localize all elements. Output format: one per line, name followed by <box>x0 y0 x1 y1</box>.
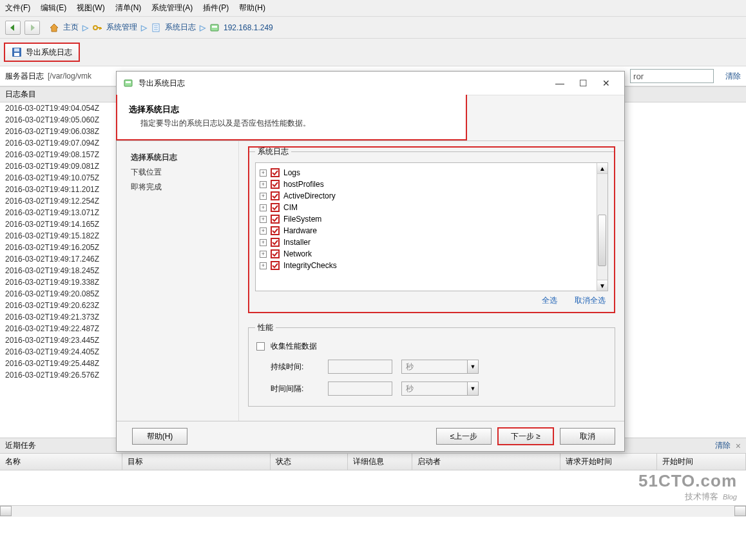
menu-admin[interactable]: 系统管理(A) <box>151 3 193 14</box>
scroll-up-icon[interactable]: ▲ <box>597 163 607 174</box>
duration-unit-combo[interactable]: 秒 ▼ <box>401 360 479 374</box>
maximize-button[interactable]: ☐ <box>571 75 595 91</box>
tasks-clear-link[interactable]: 清除 <box>715 440 731 451</box>
checkbox[interactable] <box>271 215 280 224</box>
server-log-path: [/var/log/vmk <box>48 72 91 81</box>
tasks-close-icon[interactable]: × <box>736 441 741 451</box>
menu-plugins[interactable]: 插件(P) <box>203 3 229 14</box>
dialog-title: 导出系统日志 <box>139 78 548 89</box>
tree-item[interactable]: +FileSystem <box>258 213 605 225</box>
checkbox[interactable] <box>271 238 280 247</box>
deselect-all-link[interactable]: 取消全选 <box>575 296 606 305</box>
col-reqtime[interactable]: 请求开始时间 <box>560 454 657 470</box>
col-target[interactable]: 目标 <box>122 454 271 470</box>
tree-item-label: Network <box>283 249 312 258</box>
scroll-left-icon[interactable] <box>0 506 12 516</box>
expand-icon[interactable]: + <box>260 181 267 188</box>
chevron-down-icon[interactable]: ▼ <box>467 382 478 395</box>
tree-item[interactable]: +Installer <box>258 237 605 248</box>
col-name[interactable]: 名称 <box>0 454 122 470</box>
interval-unit-label: 秒 <box>402 383 467 394</box>
expand-icon[interactable]: + <box>260 251 267 258</box>
filter-input[interactable] <box>630 69 714 83</box>
menu-inventory[interactable]: 清单(N) <box>115 3 142 14</box>
interval-unit-combo[interactable]: 秒 ▼ <box>401 381 479 396</box>
step-select-logs[interactable]: 选择系统日志 <box>131 150 238 165</box>
host-icon <box>209 23 220 33</box>
cancel-button[interactable]: 取消 <box>560 428 615 445</box>
col-start[interactable]: 开始时间 <box>657 454 746 470</box>
tree-item[interactable]: +Network <box>258 248 605 260</box>
tree-item[interactable]: +hostProfiles <box>258 179 605 190</box>
step-download-location[interactable]: 下载位置 <box>131 165 238 180</box>
select-all-link[interactable]: 全选 <box>542 296 557 305</box>
tree-scrollbar[interactable]: ▲ ▼ <box>597 163 607 291</box>
checkbox[interactable] <box>271 180 280 189</box>
close-button[interactable]: ✕ <box>595 75 618 91</box>
expand-icon[interactable]: + <box>260 262 267 269</box>
export-syslog-button[interactable]: 导出系统日志 <box>4 43 80 62</box>
app-icon <box>123 78 133 88</box>
help-button[interactable]: 帮助(H) <box>132 428 187 445</box>
tree-item[interactable]: +Logs <box>258 167 605 179</box>
checkbox[interactable] <box>271 249 280 258</box>
tree-item-label: hostProfiles <box>283 180 324 189</box>
nav-back-button[interactable] <box>5 21 21 35</box>
menu-view[interactable]: 视图(W) <box>77 3 104 14</box>
dialog-titlebar[interactable]: 导出系统日志 — ☐ ✕ <box>117 72 624 95</box>
chevron-down-icon[interactable]: ▼ <box>467 360 478 373</box>
expand-icon[interactable]: + <box>260 227 267 235</box>
dialog-header-sub: 指定要导出的系统日志以及是否应包括性能数据。 <box>140 118 454 129</box>
expand-icon[interactable]: + <box>260 193 267 200</box>
perf-group-legend: 性能 <box>255 322 276 333</box>
menu-edit[interactable]: 编辑(E) <box>41 3 66 14</box>
crumb-ip[interactable]: 192.168.1.249 <box>224 23 273 32</box>
checkbox[interactable] <box>271 226 280 235</box>
crumb-home[interactable]: 主页 <box>63 22 79 33</box>
horizontal-scrollbar[interactable] <box>0 505 746 517</box>
prev-button[interactable]: ≤上一步 <box>436 428 492 445</box>
menu-help[interactable]: 帮助(H) <box>239 3 265 14</box>
scroll-down-icon[interactable]: ▼ <box>597 280 607 291</box>
minimize-button[interactable]: — <box>548 75 571 91</box>
expand-icon[interactable]: + <box>260 239 267 246</box>
col-detail[interactable]: 详细信息 <box>348 454 412 470</box>
tree-item[interactable]: +Hardware <box>258 225 605 237</box>
chevron-right-icon: ▷ <box>141 23 147 32</box>
chevron-right-icon: ▷ <box>82 23 88 32</box>
scroll-thumb[interactable] <box>598 215 606 266</box>
duration-spinner[interactable]: ▲▼ <box>328 360 392 374</box>
checkbox[interactable] <box>271 191 280 200</box>
col-initiator[interactable]: 启动者 <box>412 454 560 470</box>
checkbox[interactable] <box>271 261 280 270</box>
tree-item[interactable]: +CIM <box>258 202 605 213</box>
collect-perf-checkbox[interactable] <box>256 342 265 351</box>
expand-icon[interactable]: + <box>260 204 267 211</box>
watermark-sub: 技术博客 <box>685 492 718 501</box>
expand-icon[interactable]: + <box>260 216 267 223</box>
step-ready[interactable]: 即将完成 <box>131 180 238 195</box>
next-button[interactable]: 下一步 ≥ <box>498 428 553 445</box>
expand-icon[interactable]: + <box>260 169 267 177</box>
col-status[interactable]: 状态 <box>271 454 348 470</box>
clear-filter-link[interactable]: 清除 <box>725 71 741 82</box>
save-icon <box>12 47 22 57</box>
crumb-admin[interactable]: 系统管理 <box>106 22 137 33</box>
watermark-blog: Blog <box>723 493 737 501</box>
checkbox[interactable] <box>271 203 280 212</box>
tree-item[interactable]: +ActiveDirectory <box>258 190 605 202</box>
action-bar: 导出系统日志 <box>0 39 746 66</box>
tree-item[interactable]: +IntegrityChecks <box>258 260 605 271</box>
home-icon[interactable] <box>49 23 59 33</box>
checkbox[interactable] <box>271 168 280 177</box>
scroll-right-icon[interactable] <box>734 506 746 516</box>
menu-file[interactable]: 文件(F) <box>5 3 30 14</box>
syslog-tree[interactable]: +Logs+hostProfiles+ActiveDirectory+CIM+F… <box>255 162 608 291</box>
chevron-right-icon: ▷ <box>200 23 206 32</box>
crumb-syslog[interactable]: 系统日志 <box>165 22 196 33</box>
interval-spinner[interactable]: ▲▼ <box>328 381 392 396</box>
key-icon <box>92 23 102 33</box>
nav-forward-button[interactable] <box>24 21 40 35</box>
tree-item-label: Logs <box>283 168 300 177</box>
breadcrumb: 主页 ▷ 系统管理 ▷ 系统日志 ▷ 192.168.1.249 <box>49 22 273 33</box>
